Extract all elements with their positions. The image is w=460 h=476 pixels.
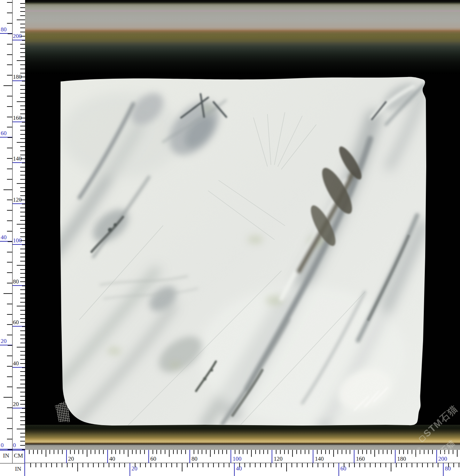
h-in-tick (135, 463, 135, 467)
h-cm-tick (74, 450, 75, 454)
h-cm-tick (412, 450, 412, 454)
v-cm-tick (20, 212, 25, 212)
h-cm-tick (342, 450, 342, 454)
h-cm-tick (371, 450, 371, 454)
scanner-rack-top-blur (25, 0, 460, 74)
v-cm-tick (20, 257, 25, 257)
h-in-tick (401, 463, 402, 467)
h-in-tick (380, 463, 381, 467)
v-in-tick (7, 210, 12, 211)
h-in-tick (276, 463, 276, 467)
h-cm-tick (407, 450, 408, 454)
v-in-label: 40 (1, 234, 7, 241)
h-cm-tick (239, 450, 240, 454)
h-cm-tick (185, 450, 186, 454)
h-in-tick (161, 463, 162, 467)
h-in-tick (119, 463, 120, 467)
unit-label-in: IN (0, 451, 12, 461)
h-cm-tick (136, 450, 137, 454)
h-in-tick (255, 463, 256, 467)
v-cm-tick (20, 416, 25, 417)
h-cm-tick (243, 450, 243, 454)
h-cm-tick (399, 450, 400, 454)
h-cm-tick (280, 450, 281, 454)
v-cm-tick (20, 191, 25, 192)
h-cm-tick (346, 450, 346, 454)
h-cm-label-line (272, 450, 272, 463)
h-in-tick (124, 463, 125, 467)
h-cm-tick (62, 450, 63, 454)
h-in-tick (391, 463, 391, 471)
h-cm-tick (387, 450, 388, 454)
v-cm-tick (20, 302, 25, 303)
v-cm-tick (20, 412, 25, 413)
v-in-tick (7, 23, 12, 24)
h-cm-tick (214, 450, 215, 454)
h-in-tick (312, 463, 313, 467)
v-in-label: 20 (1, 338, 7, 344)
v-cm-tick (22, 326, 25, 327)
v-cm-tick (17, 265, 25, 266)
v-in-tick (8, 137, 12, 138)
h-in-tick (291, 463, 292, 467)
v-cm-tick (20, 208, 25, 208)
h-cm-tick (132, 450, 133, 454)
v-cm-tick (17, 224, 25, 225)
v-in-tick (3, 189, 12, 190)
h-cm-tick (58, 450, 59, 454)
h-in-tick (229, 463, 229, 467)
v-cm-tick (20, 298, 25, 298)
v-cm-tick (20, 338, 25, 339)
h-cm-tick (350, 450, 350, 454)
h-cm-tick (222, 450, 223, 454)
h-cm-tick (391, 450, 392, 454)
h-in-tick (192, 463, 193, 467)
v-cm-tick (20, 158, 25, 159)
h-in-tick (171, 463, 172, 467)
v-cm-tick (20, 15, 25, 16)
h-in-tick (109, 463, 109, 467)
v-cm-label: 60 (13, 319, 19, 326)
h-cm-tick (165, 450, 165, 454)
v-in-tick (7, 366, 12, 367)
h-in-tick (406, 463, 407, 467)
h-in-tick (150, 463, 151, 467)
h-in-tick (208, 463, 209, 467)
v-cm-tick (20, 179, 25, 180)
h-cm-tick (87, 450, 87, 457)
h-in-tick (453, 463, 454, 467)
h-in-tick (224, 463, 224, 467)
v-cm-tick (20, 48, 25, 49)
h-in-tick (396, 463, 397, 467)
h-cm-tick (255, 450, 256, 454)
v-cm-tick (20, 351, 25, 352)
v-in-tick (7, 169, 12, 169)
h-cm-label-line (189, 450, 190, 463)
h-in-tick (46, 463, 47, 467)
slab-scan-viewer: 020406080020406080100120140160180200 204… (0, 0, 460, 476)
h-in-tick (103, 463, 104, 467)
v-cm-tick (20, 228, 25, 229)
h-cm-tick (124, 450, 124, 454)
v-cm-tick (20, 36, 25, 37)
v-in-tick (7, 418, 12, 419)
v-cm-tick (20, 195, 25, 196)
v-cm-tick (20, 236, 25, 237)
h-in-tick (265, 463, 266, 467)
h-in-tick (375, 463, 376, 467)
h-in-tick (328, 463, 329, 467)
h-cm-tick (78, 450, 79, 454)
v-cm-tick (20, 277, 25, 278)
h-cm-tick (198, 450, 198, 454)
h-cm-label: 100 (233, 455, 242, 462)
h-cm-tick (358, 450, 359, 454)
v-cm-tick (17, 60, 25, 61)
h-cm-label-line (395, 450, 396, 463)
h-cm-label: 40 (109, 455, 115, 462)
v-in-tick (7, 324, 12, 325)
h-cm-tick (33, 450, 34, 454)
h-cm-tick (259, 450, 260, 454)
v-cm-tick (20, 392, 25, 392)
v-cm-tick (20, 318, 25, 319)
v-cm-tick (20, 359, 25, 360)
